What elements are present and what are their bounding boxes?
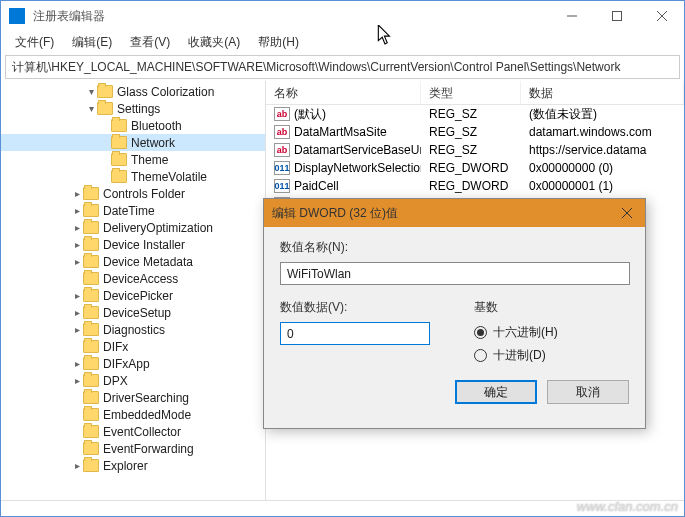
value-type: REG_DWORD bbox=[421, 161, 521, 175]
tree-item[interactable]: DriverSearching bbox=[1, 389, 265, 406]
expander-icon[interactable]: ▸ bbox=[71, 205, 83, 216]
tree-label: Device Metadata bbox=[103, 255, 193, 269]
value-name: DatamartServiceBaseUrl bbox=[294, 143, 421, 157]
tree-item[interactable]: ▸Controls Folder bbox=[1, 185, 265, 202]
expander-icon[interactable]: ▸ bbox=[71, 290, 83, 301]
close-button[interactable] bbox=[639, 1, 684, 31]
expander-icon[interactable]: ▸ bbox=[71, 324, 83, 335]
tree-item[interactable]: DIFx bbox=[1, 338, 265, 355]
expander-icon[interactable]: ▸ bbox=[71, 460, 83, 471]
tree-item[interactable]: EventForwarding bbox=[1, 440, 265, 457]
radio-icon bbox=[474, 349, 487, 362]
radio-dec[interactable]: 十进制(D) bbox=[474, 347, 558, 364]
expander-icon[interactable]: ▾ bbox=[85, 103, 97, 114]
value-name-input[interactable] bbox=[280, 262, 630, 285]
tree-label: DPX bbox=[103, 374, 128, 388]
value-data-label: 数值数据(V): bbox=[280, 299, 450, 316]
tree-item[interactable]: ▸DevicePicker bbox=[1, 287, 265, 304]
tree-item[interactable]: ▸DeviceSetup bbox=[1, 304, 265, 321]
value-type: REG_SZ bbox=[421, 107, 521, 121]
ok-button[interactable]: 确定 bbox=[455, 380, 537, 404]
expander-icon[interactable]: ▸ bbox=[71, 222, 83, 233]
folder-icon bbox=[111, 153, 127, 166]
tree-label: Network bbox=[131, 136, 175, 150]
value-name: PaidCell bbox=[294, 179, 339, 193]
expander-icon[interactable]: ▸ bbox=[71, 239, 83, 250]
menu-help[interactable]: 帮助(H) bbox=[250, 32, 307, 53]
value-type: REG_DWORD bbox=[421, 179, 521, 193]
address-bar[interactable]: 计算机\HKEY_LOCAL_MACHINE\SOFTWARE\Microsof… bbox=[5, 55, 680, 79]
tree-item[interactable]: ▸DIFxApp bbox=[1, 355, 265, 372]
folder-icon bbox=[83, 408, 99, 421]
tree-item[interactable]: ▾Settings bbox=[1, 100, 265, 117]
tree-item[interactable]: ▸DeliveryOptimization bbox=[1, 219, 265, 236]
value-type: REG_SZ bbox=[421, 125, 521, 139]
tree-label: DIFx bbox=[103, 340, 128, 354]
col-name[interactable]: 名称 bbox=[266, 81, 421, 104]
expander-icon[interactable]: ▸ bbox=[71, 358, 83, 369]
folder-icon bbox=[83, 391, 99, 404]
tree-label: EventForwarding bbox=[103, 442, 194, 456]
dialog-close-button[interactable] bbox=[617, 203, 637, 223]
value-name: DisplayNetworkSelection bbox=[294, 161, 421, 175]
value-name: DataMartMsaSite bbox=[294, 125, 387, 139]
tree-item[interactable]: ThemeVolatile bbox=[1, 168, 265, 185]
tree-label: Bluetooth bbox=[131, 119, 182, 133]
tree-item[interactable]: ▸Device Installer bbox=[1, 236, 265, 253]
tree-item[interactable]: DeviceAccess bbox=[1, 270, 265, 287]
menu-file[interactable]: 文件(F) bbox=[7, 32, 62, 53]
value-name: (默认) bbox=[294, 106, 326, 123]
col-type[interactable]: 类型 bbox=[421, 81, 521, 104]
value-name-label: 数值名称(N): bbox=[280, 239, 629, 256]
value-data: datamart.windows.com bbox=[521, 125, 684, 139]
radio-hex[interactable]: 十六进制(H) bbox=[474, 324, 558, 341]
tree-item[interactable]: ▸DPX bbox=[1, 372, 265, 389]
dialog-titlebar[interactable]: 编辑 DWORD (32 位)值 bbox=[264, 199, 645, 227]
tree-label: DriverSearching bbox=[103, 391, 189, 405]
folder-icon bbox=[83, 459, 99, 472]
col-data[interactable]: 数据 bbox=[521, 81, 684, 104]
tree-label: DevicePicker bbox=[103, 289, 173, 303]
tree-item[interactable]: EventCollector bbox=[1, 423, 265, 440]
tree-item[interactable]: Theme bbox=[1, 151, 265, 168]
window-title: 注册表编辑器 bbox=[33, 8, 549, 25]
list-row[interactable]: 011PaidCellREG_DWORD0x00000001 (1) bbox=[266, 177, 684, 195]
folder-icon bbox=[83, 289, 99, 302]
list-row[interactable]: ab(默认)REG_SZ(数值未设置) bbox=[266, 105, 684, 123]
cancel-button[interactable]: 取消 bbox=[547, 380, 629, 404]
tree-item[interactable]: ▸Device Metadata bbox=[1, 253, 265, 270]
tree-label: Settings bbox=[117, 102, 160, 116]
tree-label: EmbeddedMode bbox=[103, 408, 191, 422]
expander-icon[interactable]: ▸ bbox=[71, 375, 83, 386]
list-row[interactable]: abDataMartMsaSiteREG_SZdatamart.windows.… bbox=[266, 123, 684, 141]
expander-icon[interactable]: ▸ bbox=[71, 256, 83, 267]
tree-view[interactable]: ▾Glass Colorization▾SettingsBluetoothNet… bbox=[1, 81, 266, 500]
radio-hex-label: 十六进制(H) bbox=[493, 324, 558, 341]
value-icon: 011 bbox=[274, 161, 290, 175]
folder-icon bbox=[83, 357, 99, 370]
expander-icon[interactable]: ▸ bbox=[71, 307, 83, 318]
maximize-button[interactable] bbox=[594, 1, 639, 31]
tree-item[interactable]: ▸Diagnostics bbox=[1, 321, 265, 338]
folder-icon bbox=[83, 374, 99, 387]
value-icon: 011 bbox=[274, 179, 290, 193]
expander-icon[interactable]: ▾ bbox=[85, 86, 97, 97]
statusbar bbox=[1, 500, 684, 516]
menu-view[interactable]: 查看(V) bbox=[122, 32, 178, 53]
expander-icon[interactable]: ▸ bbox=[71, 188, 83, 199]
minimize-button[interactable] bbox=[549, 1, 594, 31]
menu-edit[interactable]: 编辑(E) bbox=[64, 32, 120, 53]
value-data-input[interactable] bbox=[280, 322, 430, 345]
folder-icon bbox=[83, 255, 99, 268]
tree-item[interactable]: EmbeddedMode bbox=[1, 406, 265, 423]
tree-item[interactable]: ▸DateTime bbox=[1, 202, 265, 219]
list-row[interactable]: abDatamartServiceBaseUrlREG_SZhttps://se… bbox=[266, 141, 684, 159]
edit-dword-dialog: 编辑 DWORD (32 位)值 数值名称(N): 数值数据(V): 基数 十六… bbox=[263, 198, 646, 429]
list-row[interactable]: 011DisplayNetworkSelectionREG_DWORD0x000… bbox=[266, 159, 684, 177]
menu-favorites[interactable]: 收藏夹(A) bbox=[180, 32, 248, 53]
tree-item[interactable]: Bluetooth bbox=[1, 117, 265, 134]
tree-item[interactable]: ▸Explorer bbox=[1, 457, 265, 474]
tree-item[interactable]: Network bbox=[1, 134, 265, 151]
tree-label: Glass Colorization bbox=[117, 85, 214, 99]
tree-item[interactable]: ▾Glass Colorization bbox=[1, 83, 265, 100]
